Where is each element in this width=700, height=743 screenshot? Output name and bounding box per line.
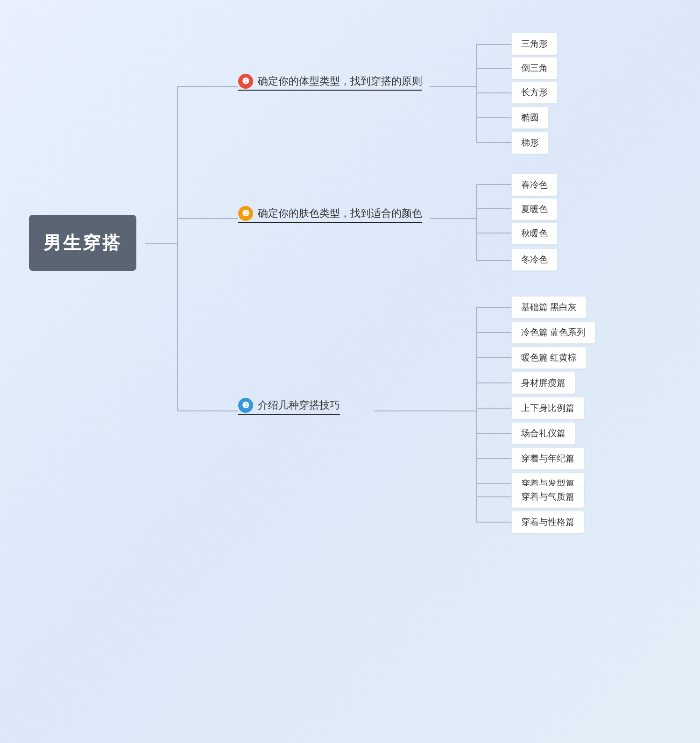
leaf-3-4: 身材胖瘦篇 bbox=[511, 372, 575, 394]
branch3-underline bbox=[238, 414, 340, 415]
branch1-underline bbox=[238, 90, 422, 91]
leaf-3-5: 上下身比例篇 bbox=[511, 397, 584, 419]
branch3-title: 介绍几种穿搭技巧 bbox=[258, 398, 340, 412]
leaf-1-4: 椭圆 bbox=[511, 106, 549, 129]
leaf-2-4: 冬冷色 bbox=[511, 248, 558, 271]
leaf-3-9: 穿着与气质篇 bbox=[511, 486, 584, 508]
leaf-2-1: 春冷色 bbox=[511, 174, 558, 196]
leaf-1-3: 长方形 bbox=[511, 81, 558, 104]
leaf-2-3: 秋暖色 bbox=[511, 222, 558, 245]
leaf-1-2: 倒三角 bbox=[511, 57, 558, 79]
root-node: 男生穿搭 bbox=[29, 215, 136, 271]
leaf-2-2: 夏暖色 bbox=[511, 198, 558, 220]
branch2-label: ❷ 确定你的肤色类型，找到适合的颜色 bbox=[238, 206, 422, 221]
branch1-label: ❶ 确定你的体型类型，找到穿搭的原则 bbox=[238, 74, 422, 89]
connector-lines bbox=[0, 0, 700, 743]
leaf-3-6: 场合礼仪篇 bbox=[511, 422, 575, 445]
leaf-3-3: 暖色篇 红黄棕 bbox=[511, 347, 587, 369]
leaf-3-10: 穿着与性格篇 bbox=[511, 511, 584, 533]
branch1-number: ❶ bbox=[238, 74, 253, 89]
leaf-3-7: 穿着与年纪篇 bbox=[511, 447, 584, 470]
mindmap: 男生穿搭 ❶ 确定你的体型类型，找到穿搭的原则 三角形 倒三角 长方形 椭圆 梯… bbox=[0, 0, 700, 743]
branch3-label: ❸ 介绍几种穿搭技巧 bbox=[238, 398, 340, 413]
leaf-3-2: 冷色篇 蓝色系列 bbox=[511, 321, 595, 344]
branch1-title: 确定你的体型类型，找到穿搭的原则 bbox=[258, 74, 422, 88]
branch3-number: ❸ bbox=[238, 398, 253, 413]
leaf-3-1: 基础篇 黑白灰 bbox=[511, 296, 587, 318]
leaf-1-1: 三角形 bbox=[511, 33, 558, 55]
branch2-number: ❷ bbox=[238, 206, 253, 221]
branch2-underline bbox=[238, 222, 422, 223]
branch2-title: 确定你的肤色类型，找到适合的颜色 bbox=[258, 206, 422, 220]
leaf-1-5: 梯形 bbox=[511, 132, 549, 154]
root-label: 男生穿搭 bbox=[43, 231, 122, 255]
